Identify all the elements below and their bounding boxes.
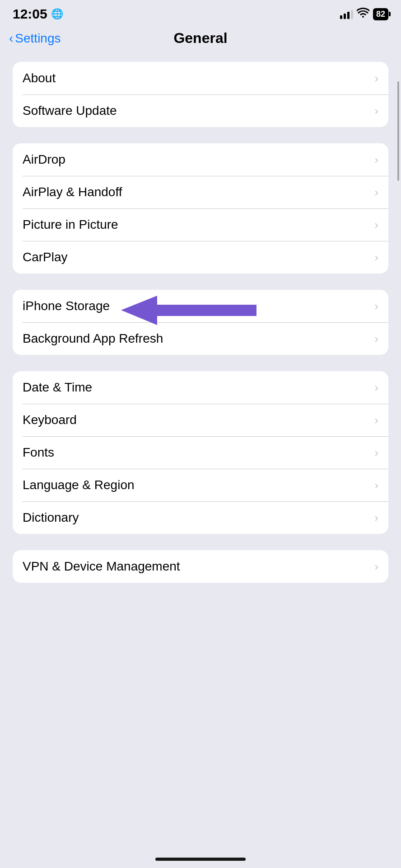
status-time: 12:05 (13, 6, 47, 22)
software-update-right: › (374, 104, 378, 118)
about-right: › (374, 71, 378, 85)
chevron-right-icon: › (374, 511, 378, 525)
battery-icon: 82 (373, 8, 388, 20)
chevron-right-icon: › (374, 299, 378, 313)
chevron-right-icon: › (374, 153, 378, 167)
airplay-handoff-row[interactable]: AirPlay & Handoff › (13, 176, 388, 208)
iphone-storage-label: iPhone Storage (23, 299, 110, 313)
chevron-right-icon: › (374, 71, 378, 85)
chevron-right-icon: › (374, 185, 378, 199)
home-indicator (155, 858, 246, 861)
dictionary-row[interactable]: Dictionary › (13, 501, 388, 534)
background-app-refresh-row[interactable]: Background App Refresh › (13, 322, 388, 355)
settings-group-2: AirDrop › AirPlay & Handoff › Picture in… (13, 143, 388, 274)
background-app-refresh-label: Background App Refresh (23, 331, 163, 346)
software-update-label: Software Update (23, 104, 117, 118)
back-label[interactable]: Settings (15, 31, 61, 46)
vpn-device-management-row[interactable]: VPN & Device Management › (13, 550, 388, 583)
chevron-right-icon: › (374, 413, 378, 427)
date-time-label: Date & Time (23, 380, 92, 395)
chevron-right-icon: › (374, 218, 378, 232)
signal-bar-1 (340, 15, 342, 19)
airdrop-row[interactable]: AirDrop › (13, 143, 388, 176)
picture-in-picture-row[interactable]: Picture in Picture › (13, 208, 388, 241)
language-region-row[interactable]: Language & Region › (13, 469, 388, 501)
back-button[interactable]: ‹ Settings (9, 31, 61, 46)
settings-group-3: iPhone Storage › Background App Refresh … (13, 290, 388, 355)
page-title: General (173, 30, 227, 47)
software-update-row[interactable]: Software Update › (13, 94, 388, 127)
nav-bar: ‹ Settings General (0, 25, 401, 55)
chevron-right-icon: › (374, 250, 378, 264)
keyboard-row[interactable]: Keyboard › (13, 404, 388, 436)
signal-bar-4 (351, 10, 353, 19)
date-time-row[interactable]: Date & Time › (13, 371, 388, 404)
signal-bar-2 (344, 14, 346, 19)
picture-in-picture-label: Picture in Picture (23, 217, 118, 232)
status-bar: 12:05 🌐 82 (0, 0, 401, 25)
about-label: About (23, 71, 56, 85)
wifi-icon (357, 8, 369, 20)
fonts-row[interactable]: Fonts › (13, 436, 388, 469)
airdrop-label: AirDrop (23, 152, 65, 167)
language-region-label: Language & Region (23, 478, 135, 492)
vpn-device-management-label: VPN & Device Management (23, 559, 180, 574)
settings-group-5: VPN & Device Management › (13, 550, 388, 583)
about-row[interactable]: About › (13, 62, 388, 94)
chevron-right-icon: › (374, 478, 378, 492)
chevron-right-icon: › (374, 381, 378, 395)
settings-group-1: About › Software Update › (13, 62, 388, 127)
carplay-row[interactable]: CarPlay › (13, 241, 388, 274)
keyboard-label: Keyboard (23, 413, 77, 427)
back-chevron-icon: ‹ (9, 32, 13, 45)
signal-bars (340, 9, 353, 19)
scrollbar[interactable] (397, 81, 399, 181)
settings-content: About › Software Update › AirDrop › AirP… (0, 55, 401, 606)
chevron-right-icon: › (374, 104, 378, 118)
status-icons: 82 (340, 8, 388, 20)
carplay-label: CarPlay (23, 250, 68, 264)
signal-bar-3 (347, 12, 350, 19)
settings-group-4: Date & Time › Keyboard › Fonts › Languag… (13, 371, 388, 534)
chevron-right-icon: › (374, 446, 378, 460)
iphone-storage-row[interactable]: iPhone Storage › (13, 290, 388, 322)
globe-icon: 🌐 (51, 8, 63, 20)
chevron-right-icon: › (374, 560, 378, 574)
fonts-label: Fonts (23, 445, 54, 460)
airplay-handoff-label: AirPlay & Handoff (23, 185, 122, 199)
dictionary-label: Dictionary (23, 510, 79, 525)
chevron-right-icon: › (374, 332, 378, 346)
